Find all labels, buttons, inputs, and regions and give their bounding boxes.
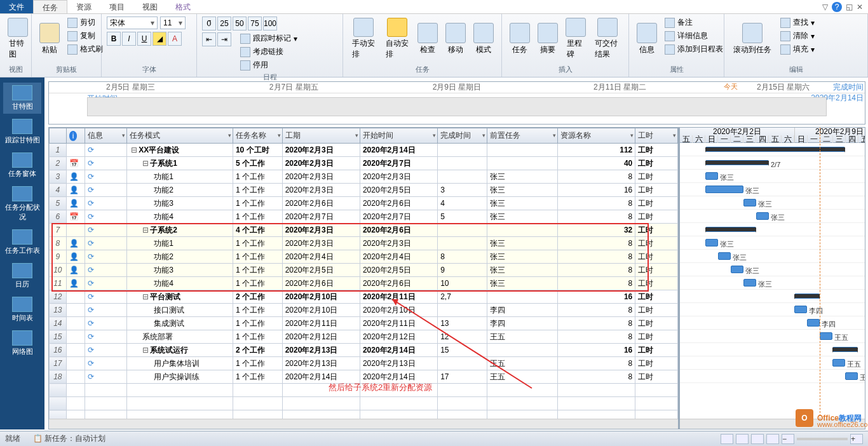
col-header-6[interactable]: 开始时间▾ bbox=[360, 128, 437, 144]
table-row[interactable]: 12⟳⊟平台测试2 个工作2020年2月10日2020年2月11日2,716工时 bbox=[50, 290, 678, 304]
sidebar-item-7[interactable]: 网络图 bbox=[3, 328, 41, 359]
scroll-to-task-button[interactable]: 滚动到任务 bbox=[729, 17, 775, 61]
cut-button[interactable]: 剪切 bbox=[65, 17, 105, 29]
col-header-10[interactable]: 工时▾ bbox=[635, 128, 678, 144]
col-header-7[interactable]: 完成时间▾ bbox=[438, 128, 487, 144]
gantt-row[interactable]: 王五 bbox=[680, 356, 865, 370]
pct-50-button[interactable]: 50 bbox=[233, 17, 247, 30]
gantt-row[interactable]: 王五 bbox=[680, 370, 865, 383]
tab-task[interactable]: 任务 bbox=[33, 0, 67, 13]
gantt-bar[interactable]: 王五 bbox=[820, 332, 832, 340]
underline-button[interactable]: U bbox=[137, 32, 151, 46]
sidebar-item-5[interactable]: 日历 bbox=[3, 260, 41, 292]
insert-milestone-button[interactable]: 里程碑 bbox=[563, 17, 588, 61]
grid-hscroll[interactable] bbox=[49, 419, 678, 429]
help-icon[interactable]: ? bbox=[832, 2, 842, 12]
details-button[interactable]: 详细信息 bbox=[662, 30, 726, 42]
table-row[interactable]: 7⟳⊟子系统24 个工作2020年2月3日2020年2月6日32工时 bbox=[50, 224, 678, 237]
gantt-row[interactable] bbox=[680, 223, 865, 236]
gantt-bar[interactable]: 2/7 bbox=[705, 160, 769, 165]
gantt-row[interactable]: 李四 bbox=[680, 303, 865, 316]
gantt-row[interactable] bbox=[680, 290, 865, 303]
pct-0-button[interactable]: 0̄ bbox=[202, 17, 216, 30]
view-btn-4[interactable] bbox=[766, 434, 779, 444]
auto-schedule-button[interactable]: 自动安排 bbox=[382, 17, 413, 61]
italic-button[interactable]: I bbox=[122, 32, 136, 46]
insert-summary-button[interactable]: 摘要 bbox=[535, 17, 560, 61]
gantt-row[interactable]: 张三 bbox=[680, 263, 865, 276]
sidebar-item-3[interactable]: 任务分配状况 bbox=[3, 184, 41, 224]
timeline-bar[interactable] bbox=[87, 97, 827, 116]
zoom-in[interactable]: + bbox=[850, 434, 863, 444]
sidebar-item-6[interactable]: 时间表 bbox=[3, 294, 41, 325]
pct-25-button[interactable]: 25 bbox=[217, 17, 231, 30]
font-color-button[interactable]: A bbox=[168, 32, 182, 46]
view-btn-1[interactable] bbox=[721, 434, 733, 444]
sidebar-item-2[interactable]: 任务窗体 bbox=[3, 150, 41, 181]
move-button[interactable]: 移动 bbox=[443, 17, 468, 61]
gantt-row[interactable]: 张三 bbox=[680, 276, 865, 290]
table-row[interactable]: 3👤⟳功能11 个工作2020年2月3日2020年2月3日张三8工时 bbox=[50, 170, 678, 184]
gantt-row[interactable]: 张三 bbox=[680, 170, 865, 183]
indent-button[interactable]: ⇥ bbox=[217, 32, 231, 46]
col-header-3[interactable]: 任务模式▾ bbox=[127, 128, 233, 144]
table-row[interactable]: 1⟳⊟XX平台建设10 个工时2020年2月3日2020年2月14日112工时 bbox=[50, 144, 678, 157]
bold-button[interactable]: B bbox=[107, 32, 121, 46]
gantt-bar[interactable]: 张三 bbox=[705, 239, 718, 247]
table-row[interactable]: 16⟳⊟系统试运行2 个工作2020年2月13日2020年2月14日1516工时 bbox=[50, 344, 678, 357]
clear-button[interactable]: 清除 ▾ bbox=[778, 30, 817, 42]
sidebar-item-0[interactable]: 甘特图 bbox=[3, 83, 41, 114]
gantt-bar[interactable]: 张三 bbox=[705, 186, 743, 193]
col-header-4[interactable]: 任务名称▾ bbox=[233, 128, 282, 144]
gantt-bar[interactable] bbox=[705, 227, 756, 232]
gantt-row[interactable]: 张三 bbox=[680, 250, 865, 263]
gantt-bar[interactable] bbox=[794, 294, 820, 299]
gantt-bar[interactable]: 李四 bbox=[794, 306, 807, 313]
gantt-row[interactable]: 王五 bbox=[680, 330, 865, 343]
manual-schedule-button[interactable]: 手动安排 bbox=[348, 17, 379, 61]
insert-deliverable-button[interactable]: 可交付结果 bbox=[591, 17, 623, 61]
table-row[interactable]: 4👤⟳功能21 个工作2020年2月3日2020年2月5日3张三16工时 bbox=[50, 184, 678, 197]
gantt-bar[interactable]: 张三 bbox=[743, 279, 756, 287]
gantt-row[interactable]: 张三 bbox=[680, 196, 865, 210]
table-row[interactable]: 13⟳接口测试1 个工作2020年2月10日2020年2月10日李四8工时 bbox=[50, 304, 678, 317]
font-name-select[interactable]: 宋体▾ bbox=[107, 17, 158, 29]
inspect-button[interactable]: 检查 bbox=[415, 17, 440, 61]
sidebar-item-1[interactable]: 跟踪甘特图 bbox=[3, 116, 41, 147]
table-row[interactable]: 6📅⟳功能41 个工作2020年2月7日2020年2月7日5张三8工时 bbox=[50, 210, 678, 224]
gantt-bar[interactable] bbox=[832, 347, 858, 352]
paste-button[interactable]: 粘贴 bbox=[37, 17, 62, 61]
pct-75-button[interactable]: 75 bbox=[248, 17, 262, 30]
font-size-select[interactable]: 11▾ bbox=[160, 17, 186, 29]
close-icon[interactable]: ✕ bbox=[857, 3, 863, 11]
copy-button[interactable]: 复制 bbox=[65, 30, 105, 42]
add-timeline-button[interactable]: 添加到日程表 bbox=[662, 43, 726, 55]
find-button[interactable]: 查找 ▾ bbox=[778, 17, 817, 29]
outdent-button[interactable]: ⇤ bbox=[202, 32, 216, 46]
gantt-row[interactable] bbox=[680, 343, 865, 356]
notes-button[interactable]: 备注 bbox=[662, 17, 726, 29]
table-row[interactable] bbox=[50, 397, 678, 410]
col-header-9[interactable]: 资源名称▾ bbox=[558, 128, 635, 144]
gantt-row[interactable]: 2/7 bbox=[680, 156, 865, 170]
zoom-out[interactable]: − bbox=[782, 434, 794, 444]
gantt-bar[interactable] bbox=[705, 147, 845, 152]
gantt-bar[interactable]: 张三 bbox=[705, 172, 718, 180]
tab-project[interactable]: 项目 bbox=[100, 0, 133, 13]
gantt-row[interactable]: 李四 bbox=[680, 316, 865, 330]
mode-button[interactable]: 模式 bbox=[471, 17, 496, 61]
gantt-hscroll[interactable] bbox=[680, 419, 865, 429]
gantt-row[interactable]: 张三 bbox=[680, 236, 865, 250]
gantt-bar[interactable]: 王五 bbox=[845, 372, 858, 380]
table-row[interactable]: 10👤⟳功能31 个工作2020年2月5日2020年2月5日9张三8工时 bbox=[50, 264, 678, 277]
gantt-row[interactable]: 张三 bbox=[680, 183, 865, 196]
view-btn-3[interactable] bbox=[751, 434, 764, 444]
gantt-row[interactable] bbox=[680, 143, 865, 156]
sidebar-item-4[interactable]: 任务工作表 bbox=[3, 227, 41, 258]
view-btn-2[interactable] bbox=[736, 434, 749, 444]
gantt-bar[interactable]: 张三 bbox=[743, 199, 756, 206]
tab-resource[interactable]: 资源 bbox=[67, 0, 100, 13]
table-row[interactable]: 9👤⟳功能21 个工作2020年2月4日2020年2月4日8张三8工时 bbox=[50, 250, 678, 264]
restore-icon[interactable]: ◱ bbox=[846, 3, 853, 11]
fill-button[interactable]: 填充 ▾ bbox=[778, 43, 817, 55]
